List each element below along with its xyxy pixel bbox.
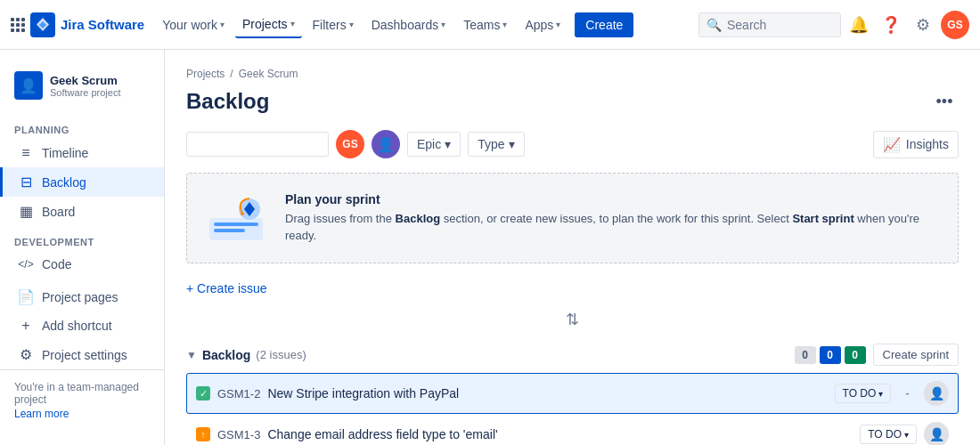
page-header: Backlog •••	[186, 87, 959, 116]
svg-rect-3	[214, 229, 245, 232]
issue-status-button[interactable]: TO DO ▾	[835, 384, 892, 403]
backlog-issue-count: (2 issues)	[256, 348, 306, 361]
notifications-button[interactable]: 🔔	[845, 11, 873, 39]
planning-section-label: PLANNING	[0, 114, 164, 139]
development-section-label: DEVELOPMENT	[0, 226, 164, 251]
issue-priority-dash: -	[898, 386, 917, 400]
code-icon: </>	[17, 258, 35, 271]
type-filter-button[interactable]: Type ▾	[468, 132, 524, 157]
epic-filter-button[interactable]: Epic ▾	[407, 132, 461, 157]
sidebar-footer: You're in a team-managed project Learn m…	[0, 369, 164, 431]
sidebar-item-pages[interactable]: 📄 Project pages	[0, 282, 164, 312]
projects-chevron: ▾	[290, 19, 295, 28]
sidebar-item-timeline[interactable]: ≡ Timeline	[0, 139, 164, 167]
badge-done: 0	[845, 346, 866, 364]
issue-assignee-avatar[interactable]: 👤	[924, 422, 949, 445]
backlog-badges: 0 0 0	[795, 346, 866, 364]
sidebar-project-settings[interactable]: ⚙ Project settings	[0, 340, 164, 369]
sprint-illustration-svg	[205, 191, 267, 245]
issue-key: GSM1-2	[217, 387, 260, 400]
sidebar-item-code[interactable]: </> Code	[0, 251, 164, 278]
issue-type-story-icon: ✓	[196, 386, 210, 400]
toolbar: GS 👤 Epic ▾ Type ▾ 📈 Insights	[186, 130, 959, 158]
badge-todo: 0	[795, 346, 816, 364]
project-name: Geek Scrum	[50, 74, 120, 87]
nav-dashboards[interactable]: Dashboards ▾	[364, 12, 453, 37]
svg-point-5	[241, 212, 244, 215]
code-label: Code	[42, 257, 71, 271]
issue-type-improvement-icon: ↑	[196, 427, 210, 441]
nav-projects[interactable]: Projects ▾	[235, 12, 302, 38]
status-chevron: ▾	[878, 389, 883, 399]
sidebar-item-board[interactable]: ▦ Board	[0, 197, 164, 226]
backlog-icon: ⊟	[17, 174, 35, 190]
help-button[interactable]: ❓	[877, 11, 905, 39]
issue-row[interactable]: ✓ GSM1-2 New Stripe integration with Pay…	[186, 373, 959, 414]
search-placeholder: Search	[727, 18, 766, 32]
create-issue-button[interactable]: + Create issue	[186, 274, 959, 303]
top-nav: Jira Software Your work ▾ Projects ▾ Fil…	[0, 0, 980, 50]
board-icon: ▦	[17, 203, 35, 220]
backlog-collapse-chevron: ▼	[186, 349, 197, 361]
add-shortcut-label: Add shortcut	[42, 319, 112, 333]
backlog-section-title: Backlog	[202, 348, 250, 362]
insights-button[interactable]: 📈 Insights	[873, 131, 959, 158]
sprint-illustration	[205, 191, 267, 245]
global-search[interactable]: 🔍 Search	[698, 12, 841, 37]
type-chevron: ▾	[509, 137, 515, 151]
teams-chevron: ▾	[502, 20, 507, 29]
your-work-chevron: ▾	[220, 20, 225, 29]
breadcrumb-projects[interactable]: Projects	[186, 68, 225, 80]
status-chevron: ▾	[904, 430, 909, 440]
create-button[interactable]: Create	[575, 12, 633, 37]
more-options-button[interactable]: •••	[930, 87, 959, 116]
apps-chevron: ▾	[556, 20, 560, 29]
timeline-label: Timeline	[42, 146, 88, 160]
nav-apps[interactable]: Apps ▾	[518, 12, 568, 37]
sidebar-add-shortcut[interactable]: + Add shortcut	[0, 312, 164, 340]
sprint-banner: Plan your sprint Drag issues from the Ba…	[186, 173, 959, 263]
badge-inprogress: 0	[820, 346, 841, 364]
issue-assignee-avatar[interactable]: 👤	[924, 381, 949, 406]
breadcrumb-project[interactable]: Geek Scrum	[239, 68, 298, 80]
issue-status-button[interactable]: TO DO ▾	[860, 425, 917, 444]
sprint-banner-desc: Drag issues from the Backlog section, or…	[285, 210, 940, 245]
sprint-banner-content: Plan your sprint Drag issues from the Ba…	[285, 192, 940, 245]
issue-summary: New Stripe integration with PayPal	[267, 386, 827, 400]
backlog-label: Backlog	[42, 175, 86, 190]
breadcrumb-sep: /	[230, 68, 233, 80]
backlog-section: ▼ Backlog (2 issues) 0 0 0 Create sprint…	[186, 336, 959, 445]
avatar-filter-2[interactable]: 👤	[372, 130, 400, 158]
learn-more-link[interactable]: Learn more	[14, 408, 69, 420]
sidebar-item-backlog[interactable]: ⊟ Backlog	[0, 167, 164, 197]
board-label: Board	[42, 205, 75, 219]
app-layout: 👤 Geek Scrum Software project PLANNING ≡…	[0, 0, 980, 445]
issue-row[interactable]: ↑ GSM1-3 Change email address field type…	[186, 414, 959, 445]
issue-key: GSM1-3	[217, 428, 260, 441]
pages-icon: 📄	[17, 288, 35, 305]
nav-teams[interactable]: Teams ▾	[456, 12, 514, 37]
grid-icon	[11, 18, 25, 32]
search-icon: 🔍	[706, 18, 722, 32]
insights-chart-icon: 📈	[883, 136, 901, 153]
add-shortcut-icon: +	[17, 318, 35, 334]
avatar-filter-1[interactable]: GS	[336, 130, 364, 158]
sidebar-project-header: 👤 Geek Scrum Software project	[0, 64, 164, 114]
nav-filters[interactable]: Filters ▾	[306, 12, 361, 37]
jira-logo-icon	[30, 12, 55, 37]
backlog-section-header[interactable]: ▼ Backlog (2 issues) 0 0 0 Create sprint	[186, 336, 959, 373]
breadcrumb: Projects / Geek Scrum	[186, 68, 959, 80]
user-avatar[interactable]: GS	[941, 11, 969, 39]
app-logo[interactable]: Jira Software	[11, 12, 144, 37]
project-type: Software project	[50, 87, 120, 98]
filters-chevron: ▾	[349, 20, 354, 29]
sidebar: 👤 Geek Scrum Software project PLANNING ≡…	[0, 50, 165, 445]
footer-text: You're in a team-managed project	[14, 381, 150, 406]
epic-chevron: ▾	[445, 137, 451, 151]
create-sprint-button[interactable]: Create sprint	[873, 344, 959, 366]
nav-your-work[interactable]: Your work ▾	[155, 12, 232, 37]
project-icon: 👤	[14, 71, 43, 100]
settings-button[interactable]: ⚙	[909, 11, 937, 39]
page-title: Backlog	[186, 89, 269, 114]
backlog-search-input[interactable]	[186, 132, 329, 157]
